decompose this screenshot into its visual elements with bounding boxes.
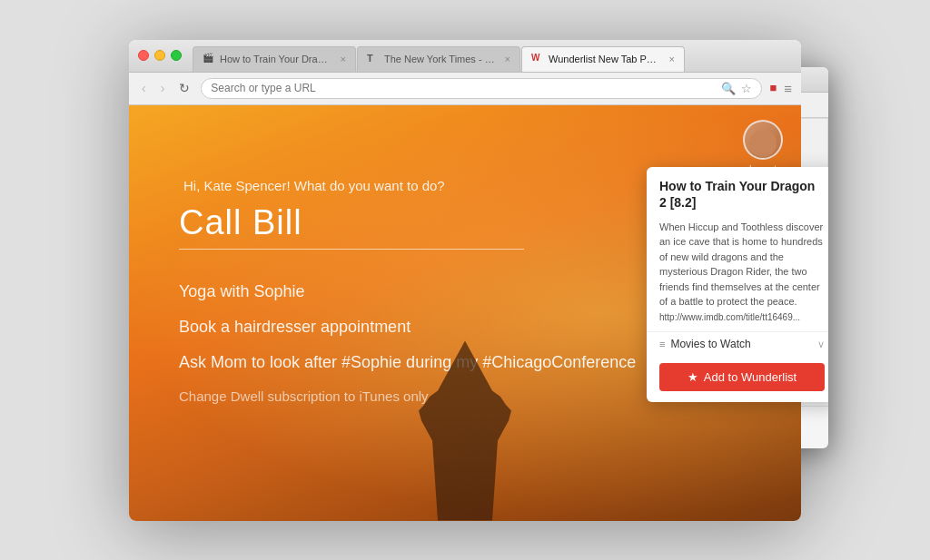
menu-icon[interactable]: ≡ [784,81,792,96]
back-button[interactable]: ‹ [138,79,150,97]
address-input[interactable] [211,82,716,94]
tab-dragon-close[interactable]: × [341,54,346,64]
tab-nyt-close[interactable]: × [505,54,510,64]
search-icon: 🔍 [721,82,736,95]
refresh-button[interactable]: ↻ [175,79,193,97]
task-item-3[interactable]: Ask Mom to look after #Sophie during my … [179,353,636,372]
tabs-bar: 🎬 How to Train Your Dragon... × T The Ne… [193,40,792,72]
address-bar[interactable]: 🔍 ☆ [201,78,762,99]
forward-button[interactable]: › [157,79,169,97]
bookmark-icon[interactable]: ☆ [741,82,752,95]
menu-lines-icon: ≡ [659,339,665,349]
tooltip-link: http://www.imdb.com/title/tt16469... [659,312,800,322]
add-to-wunderlist-button[interactable]: ★ Add to Wunderlist [659,363,825,391]
imdb-tooltip: How to Train Your Dragon 2 [8.2] When Hi… [647,167,828,403]
task-item-1[interactable]: Yoga with Sophie [179,282,636,301]
close-button[interactable] [138,50,149,61]
tooltip-title: How to Train Your Dragon 2 [8.2] [647,167,828,216]
tab-dragon[interactable]: 🎬 How to Train Your Dragon... × [193,46,356,72]
tab-wunderlist-favicon: W [531,53,544,65]
user-area: logout [743,120,783,174]
greeting-text: Hi, Kate Spencer! What do you want to do… [183,178,445,193]
tab-wunderlist[interactable]: W Wunderlist New Tab Page for ... × [521,46,685,72]
tab-wunderlist-label: Wunderlist New Tab Page for ... [549,54,662,64]
avatar[interactable] [743,120,783,160]
tab-wunderlist-close[interactable]: × [669,54,675,64]
task-item-2[interactable]: Book a hairdresser appointment [179,318,636,337]
tab-dragon-favicon: 🎬 [203,53,215,65]
tooltip-list-row[interactable]: ≡ Movies to Watch ∨ [647,331,828,356]
tooltip-description: When Hiccup and Toothless discover an ic… [647,216,828,332]
traffic-lights [138,50,182,61]
tab-nyt-label: The New York Times - Bre... [384,54,498,64]
tab-dragon-label: How to Train Your Dragon... [220,54,333,64]
main-task[interactable]: Call Bill [179,203,302,242]
chevron-icon: ∨ [817,339,825,350]
list-row-label: Movies to Watch [670,338,812,350]
task-underline [179,249,524,250]
add-btn-label: Add to Wunderlist [704,370,796,384]
star-icon: ★ [688,370,698,384]
avatar-face [749,130,777,157]
tab-nyt-favicon: T [367,53,380,65]
minimize-button[interactable] [154,50,165,61]
task-item-4[interactable]: Change Dwell subscription to iTunes only [179,388,636,404]
title-bar: 🎬 How to Train Your Dragon... × T The Ne… [129,40,801,73]
maximize-button[interactable] [171,50,182,61]
task-list: Yoga with Sophie Book a hairdresser appo… [179,282,636,404]
wunderlist-nav-icon[interactable]: ■ [769,81,777,96]
nav-bar: ‹ › ↻ 🔍 ☆ ■ ≡ [129,73,801,105]
tab-nyt[interactable]: T The New York Times - Bre... × [357,46,520,72]
